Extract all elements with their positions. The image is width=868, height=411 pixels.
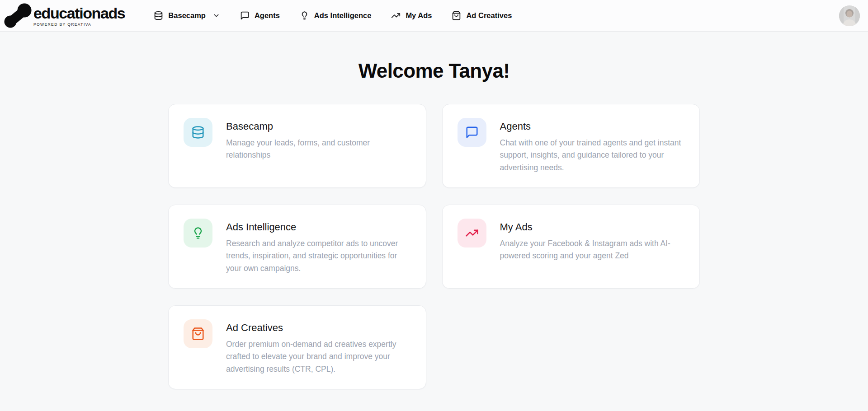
- nav-item-label: Ad Creatives: [466, 11, 512, 20]
- brand-logo-icon: [4, 3, 33, 28]
- brand-name: educationads: [33, 5, 125, 22]
- card-title: Agents: [500, 120, 682, 133]
- welcome-heading: Welcome Tanya!: [168, 60, 700, 82]
- nav-item-label: Basecamp: [168, 11, 206, 20]
- card-ads-intelligence[interactable]: Ads Intelligence Research and analyze co…: [168, 205, 426, 289]
- chat-bubble-icon: [240, 11, 250, 20]
- card-description: Chat with one of your trained agents and…: [500, 137, 682, 174]
- card-icon-tile: [458, 219, 486, 248]
- database-icon: [154, 11, 163, 20]
- card-icon-tile: [184, 319, 212, 348]
- card-ad-creatives[interactable]: Ad Creatives Order premium on-demand ad …: [168, 305, 426, 389]
- card-icon-tile: [184, 219, 212, 248]
- card-icon-tile: [458, 118, 486, 147]
- user-avatar[interactable]: [839, 5, 860, 26]
- chevron-down-icon: [212, 12, 220, 19]
- card-agents[interactable]: Agents Chat with one of your trained age…: [442, 104, 700, 188]
- shopping-bag-icon: [191, 327, 205, 341]
- nav-item-ad-creatives[interactable]: Ad Creatives: [452, 11, 512, 20]
- card-title: Basecamp: [226, 120, 408, 133]
- brand-logo[interactable]: educationads POWERED BY QREATIVA: [4, 3, 125, 28]
- nav-item-label: Ads Intelligence: [314, 11, 372, 20]
- database-icon: [191, 126, 205, 139]
- card-basecamp[interactable]: Basecamp Manage your leads, forms, and c…: [168, 104, 426, 188]
- shopping-bag-icon: [452, 11, 461, 20]
- nav-item-label: My Ads: [406, 11, 432, 20]
- main-nav: Basecamp Agents Ads Intelligence: [154, 11, 512, 20]
- card-description: Analyze your Facebook & Instagram ads wi…: [500, 238, 682, 262]
- card-description: Research and analyze competitor ads to u…: [226, 238, 408, 275]
- feature-cards-grid: Basecamp Manage your leads, forms, and c…: [168, 104, 700, 403]
- card-icon-tile: [184, 118, 212, 147]
- brand-tagline: POWERED BY QREATIVA: [33, 22, 125, 27]
- card-my-ads[interactable]: My Ads Analyze your Facebook & Instagram…: [442, 205, 700, 289]
- lightbulb-icon: [191, 226, 205, 240]
- nav-item-my-ads[interactable]: My Ads: [391, 11, 432, 20]
- nav-item-label: Agents: [255, 11, 280, 20]
- top-nav-bar: educationads POWERED BY QREATIVA Basecam…: [0, 0, 868, 32]
- nav-item-basecamp[interactable]: Basecamp: [154, 11, 220, 20]
- lightbulb-icon: [300, 11, 309, 20]
- empty-grid-cell: [442, 305, 700, 389]
- card-title: Ad Creatives: [226, 322, 408, 334]
- user-avatar-photo: [839, 5, 860, 26]
- card-description: Order premium on-demand ad creatives exp…: [226, 338, 408, 376]
- card-title: Ads Intelligence: [226, 221, 408, 234]
- dashboard-main: Welcome Tanya! Basecamp Manage your lead…: [168, 60, 700, 403]
- nav-item-ads-intelligence[interactable]: Ads Intelligence: [300, 11, 372, 20]
- nav-item-agents[interactable]: Agents: [240, 11, 280, 20]
- trending-up-icon: [465, 226, 479, 240]
- card-description: Manage your leads, forms, and customer r…: [226, 137, 408, 162]
- trending-up-icon: [391, 11, 401, 20]
- chat-bubble-icon: [465, 126, 479, 139]
- card-title: My Ads: [500, 221, 682, 234]
